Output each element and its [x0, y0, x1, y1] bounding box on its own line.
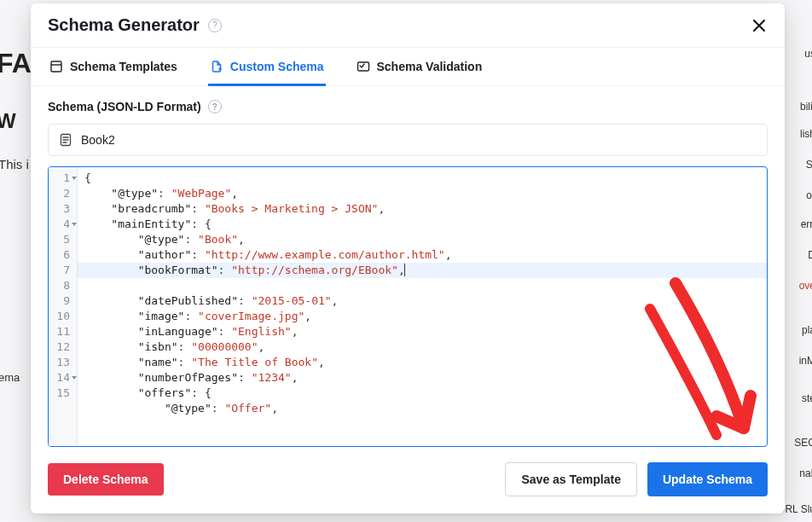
section-label: Schema (JSON-LD Format) ?: [48, 100, 768, 113]
line-number: 5: [49, 232, 77, 247]
bg-text: D: [808, 249, 812, 261]
line-number: 4: [49, 217, 77, 232]
editor-gutter: 123456789101112131415: [49, 167, 78, 446]
code-line: "mainEntity": {: [84, 218, 212, 230]
bg-text: ove: [799, 280, 812, 292]
line-number: 6: [49, 247, 77, 263]
line-number: 12: [49, 339, 77, 355]
bg-text: pla: [802, 324, 812, 336]
schema-generator-modal: Schema Generator ? Schema TemplatesCusto…: [31, 3, 785, 513]
update-schema-button[interactable]: Update Schema: [647, 462, 768, 496]
line-number: 3: [49, 201, 77, 217]
bg-text: erri: [801, 218, 812, 230]
bg-text: nali: [799, 467, 812, 479]
templates-icon: [49, 60, 63, 73]
code-line: "breadcrumb": "Books > Marketing > JSON"…: [84, 202, 385, 215]
save-as-template-button[interactable]: Save as Template: [505, 462, 636, 496]
custom-icon: [210, 60, 223, 73]
line-number: 10: [49, 309, 77, 324]
line-number: 8: [49, 278, 77, 293]
bg-text: SEC: [794, 437, 812, 449]
tabs: Schema TemplatesCustom SchemaSchema Vali…: [31, 48, 785, 86]
tab-label: Custom Schema: [230, 60, 324, 73]
bg-text: This i: [0, 157, 29, 171]
bg-left: FA W This i ema: [0, 0, 34, 522]
line-number: 2: [49, 186, 77, 201]
bg-text: FA: [0, 48, 32, 79]
code-line: "numberOfPages": "1234",: [84, 371, 298, 384]
bg-text: us: [804, 48, 812, 60]
bg-text: ema: [0, 371, 20, 384]
section-label-text: Schema (JSON-LD Format): [48, 100, 201, 113]
code-line: "image": "coverImage.jpg",: [84, 310, 311, 322]
bg-text: lish: [800, 128, 812, 140]
document-icon: [59, 133, 72, 147]
svg-rect-0: [51, 61, 61, 72]
page-backdrop: FA W This i ema tusbilitlishStorerriDove…: [0, 0, 812, 522]
bg-text: inM: [799, 355, 812, 367]
modal-title: Schema Generator: [48, 15, 200, 35]
help-icon[interactable]: ?: [208, 19, 222, 32]
code-line: "bookFormat": "http://schema.org/EBook",: [78, 263, 767, 278]
bg-text: or: [806, 189, 812, 201]
validate-icon: [357, 60, 370, 73]
tab-schema-templates[interactable]: Schema Templates: [48, 48, 179, 86]
line-number: 13: [49, 355, 77, 370]
code-line: "@type": "Book",: [84, 233, 245, 246]
bg-text: ste: [802, 392, 812, 404]
code-line: {: [84, 171, 91, 184]
schema-name-value: Book2: [81, 133, 115, 147]
svg-rect-1: [357, 62, 368, 71]
delete-schema-button[interactable]: Delete Schema: [48, 463, 164, 496]
code-line: "isbn": "00000000",: [84, 340, 264, 353]
line-number: 14: [49, 370, 77, 386]
schema-name-field[interactable]: Book2: [48, 124, 768, 156]
bg-text: St: [806, 159, 812, 171]
modal-header: Schema Generator ?: [31, 3, 785, 48]
code-line: "offers": {: [84, 386, 212, 399]
line-number: 1: [49, 171, 77, 186]
code-editor[interactable]: 123456789101112131415 { "@type": "WebPag…: [48, 166, 768, 447]
code-line: "author": "http://www.example.com/author…: [84, 248, 452, 261]
close-icon[interactable]: [751, 17, 768, 34]
modal-body: Schema (JSON-LD Format) ? Book2 12345678…: [31, 86, 785, 447]
line-number: 7: [49, 263, 77, 278]
line-number: 15: [49, 386, 77, 401]
bg-text: bilit: [800, 101, 812, 113]
help-icon[interactable]: ?: [208, 100, 222, 113]
tab-schema-validation[interactable]: Schema Validation: [355, 48, 484, 86]
tab-label: Schema Validation: [377, 60, 483, 73]
editor-code[interactable]: { "@type": "WebPage", "breadcrumb": "Boo…: [78, 167, 767, 446]
code-line: "@type": "Offer",: [84, 402, 278, 415]
code-line: "inLanguage": "English",: [84, 325, 298, 338]
tab-custom-schema[interactable]: Custom Schema: [208, 48, 326, 86]
line-number: 9: [49, 293, 77, 309]
line-number: 11: [49, 324, 77, 339]
code-line: "name": "The Title of Book",: [84, 356, 325, 368]
code-line: "@type": "WebPage",: [84, 187, 238, 200]
bg-text: W: [0, 109, 16, 133]
code-line: "datePublished": "2015-05-01",: [84, 294, 338, 307]
tab-label: Schema Templates: [70, 60, 177, 73]
modal-footer: Delete Schema Save as Template Update Sc…: [31, 447, 785, 513]
